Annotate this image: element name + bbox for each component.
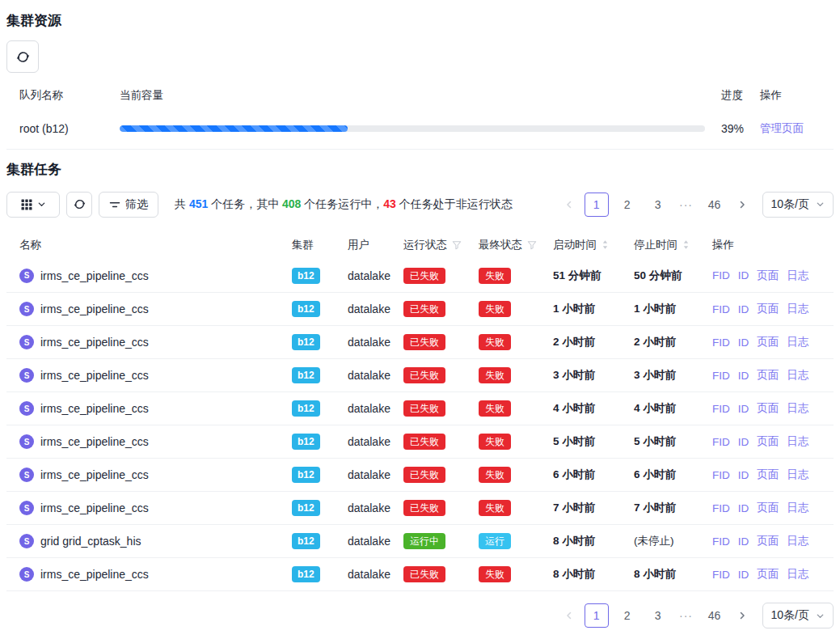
refresh-tasks-button[interactable] [66,192,92,218]
page-button-46[interactable]: 46 [703,193,727,217]
id-link[interactable]: ID [738,502,749,514]
page-size-select[interactable]: 10条/页 [762,603,834,628]
id-link[interactable]: ID [738,469,749,481]
filter-button-label: 筛选 [125,197,148,212]
id-link[interactable]: ID [738,535,749,548]
user-name: datalake [348,501,390,514]
page-button-46[interactable]: 46 [703,603,727,628]
page-size-select[interactable]: 10条/页 [762,192,834,218]
task-avatar: S [19,567,34,582]
page-button-2[interactable]: 2 [615,603,639,628]
run-status-filter-icon[interactable] [452,240,462,250]
pagination-top: 1 2 3 ··· 46 10条/页 [560,192,834,218]
final-status-badge: 失败 [479,301,511,317]
task-name: grid grid_cptask_his [40,535,141,548]
cluster-resources-title: 集群资源 [6,0,834,30]
id-link[interactable]: ID [738,336,749,349]
page-button-1[interactable]: 1 [585,603,609,628]
fid-link[interactable]: FID [712,303,730,315]
id-link[interactable]: ID [738,436,749,448]
col-queue-name: 队列名称 [6,83,120,108]
page-link[interactable]: 页面 [757,368,779,383]
page-link[interactable]: 页面 [757,534,779,548]
chevron-right-icon [737,611,747,620]
table-row: S irms_ce_pipeline_ccs b12 datalake 已失败 … [6,260,834,293]
fid-link[interactable]: FID [712,535,730,548]
run-status-badge: 已失败 [403,500,445,516]
page-button-1[interactable]: 1 [585,193,609,217]
progress-fill [120,125,348,132]
manage-page-link[interactable]: 管理页面 [760,122,804,134]
log-link[interactable]: 日志 [787,269,808,283]
pagination-bottom: 1 2 3 ··· 46 10条/页 [560,603,834,628]
log-link[interactable]: 日志 [787,434,808,449]
id-link[interactable]: ID [738,569,749,581]
refresh-resources-button[interactable] [6,40,39,73]
id-link[interactable]: ID [738,269,749,281]
page-link[interactable]: 页面 [757,567,779,582]
page-link[interactable]: 页面 [757,335,779,349]
stop-time-sorter-icon[interactable] [682,239,690,250]
chevron-right-icon [737,200,747,209]
col-stop-time: 停止时间 [634,231,712,260]
page-size-value: 10条/页 [771,197,809,212]
table-row: S irms_ce_pipeline_ccs b12 datalake 已失败 … [6,425,834,459]
refresh-icon [74,198,86,210]
cluster-badge: b12 [292,301,320,317]
start-time: 3 小时前 [553,369,595,381]
cluster-badge: b12 [292,367,320,383]
next-page-button[interactable] [733,193,751,217]
page-button-2[interactable]: 2 [615,193,639,217]
log-link[interactable]: 日志 [787,501,808,515]
fid-link[interactable]: FID [712,469,730,481]
final-status-badge: 失败 [479,367,511,383]
next-page-button[interactable] [733,603,751,628]
page-button-3[interactable]: 3 [646,603,670,628]
final-status-badge: 失败 [479,334,511,350]
log-link[interactable]: 日志 [787,368,808,383]
id-link[interactable]: ID [738,370,749,382]
id-link[interactable]: ID [738,303,749,315]
page-link[interactable]: 页面 [757,401,779,416]
start-time: 7 小时前 [553,501,595,514]
fid-link[interactable]: FID [712,336,730,349]
id-link[interactable]: ID [738,403,749,415]
page-link[interactable]: 页面 [757,501,779,515]
resources-header-row: 队列名称 当前容量 进度 操作 [6,83,834,108]
prev-page-button[interactable] [560,193,578,217]
log-link[interactable]: 日志 [787,335,808,349]
start-time: 4 小时前 [553,402,595,414]
log-link[interactable]: 日志 [787,567,808,582]
fid-link[interactable]: FID [712,436,730,448]
start-time-sorter-icon[interactable] [602,239,609,250]
fid-link[interactable]: FID [712,569,730,581]
user-name: datalake [348,303,390,315]
final-status-badge: 失败 [479,400,511,417]
run-status-badge: 已失败 [403,434,445,450]
pagination-ellipsis[interactable]: ··· [677,609,696,622]
final-status-filter-icon[interactable] [527,240,537,250]
fid-link[interactable]: FID [712,403,730,415]
table-row: S grid grid_cptask_his b12 datalake 运行中 … [6,525,834,558]
page-link[interactable]: 页面 [757,434,779,449]
page-link[interactable]: 页面 [757,302,779,316]
page-link[interactable]: 页面 [757,269,779,283]
total-task-count: 451 [189,197,208,210]
task-name: irms_ce_pipeline_ccs [40,501,149,514]
run-status-badge: 运行中 [403,533,445,549]
layout-grid-button[interactable] [6,192,60,218]
fid-link[interactable]: FID [712,269,730,281]
log-link[interactable]: 日志 [787,302,808,316]
fid-link[interactable]: FID [712,502,730,514]
filter-button[interactable]: 筛选 [99,192,158,218]
page-link[interactable]: 页面 [757,468,779,482]
prev-page-button[interactable] [560,603,578,628]
col-final-status: 最终状态 [479,231,553,260]
log-link[interactable]: 日志 [787,534,808,548]
log-link[interactable]: 日志 [787,401,808,416]
page-button-3[interactable]: 3 [646,193,670,217]
tasks-table: 名称 集群 用户 运行状态 最终状态 启动时间 [6,231,834,592]
fid-link[interactable]: FID [712,370,730,382]
log-link[interactable]: 日志 [787,468,808,482]
pagination-ellipsis[interactable]: ··· [677,198,696,211]
